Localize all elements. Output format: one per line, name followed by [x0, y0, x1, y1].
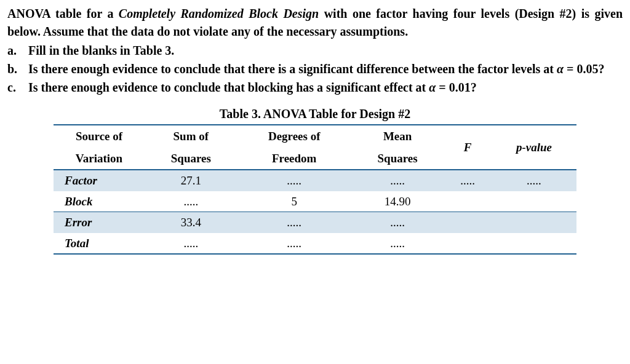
header-row-1: Source of Sum of Degrees of Mean F p-val…	[54, 125, 576, 148]
row-block-ss: .....	[145, 191, 237, 212]
hdr-source-2: Variation	[54, 148, 145, 170]
alpha-symbol: α	[557, 62, 564, 76]
item-a-label: a.	[7, 42, 28, 60]
row-block-ms: 14.90	[351, 191, 444, 212]
row-total-ss: .....	[145, 233, 237, 255]
row-block-p	[492, 191, 576, 212]
row-block-label: Block	[54, 191, 145, 212]
hdr-p: p-value	[492, 125, 576, 170]
hdr-ms-2: Squares	[351, 148, 444, 170]
item-c-before: Is there enough evidence to conclude tha…	[28, 81, 429, 94]
row-factor-F: .....	[444, 170, 491, 191]
hdr-df-2: Freedom	[237, 148, 351, 170]
row-error-p	[492, 212, 576, 233]
hdr-ss-2: Squares	[145, 148, 237, 170]
table-title-bold: Table 3.	[220, 107, 261, 121]
item-c-label: c.	[7, 79, 28, 97]
row-error-ss: 33.4	[145, 212, 237, 233]
item-a-text: Fill in the blanks in Table 3.	[28, 42, 623, 60]
alpha-symbol: α	[429, 81, 436, 94]
item-a: a. Fill in the blanks in Table 3.	[7, 42, 623, 60]
row-factor-ss: 27.1	[145, 170, 237, 191]
item-b-eq: = 0.05?	[564, 62, 604, 76]
row-total-ms: .....	[351, 233, 444, 255]
item-c-eq: = 0.01?	[436, 81, 476, 94]
row-block-F	[444, 191, 491, 212]
item-b-text: Is there enough evidence to conclude tha…	[28, 60, 623, 78]
row-block: Block ..... 5 14.90	[54, 191, 576, 212]
hdr-p-text: p-value	[516, 141, 552, 154]
row-total-F	[444, 233, 491, 255]
item-c: c. Is there enough evidence to conclude …	[7, 79, 623, 97]
intro-paragraph: ANOVA table for a Completely Randomized …	[7, 5, 623, 41]
row-total-p	[492, 233, 576, 255]
row-total: Total ..... ..... .....	[54, 233, 576, 255]
row-total-df: .....	[237, 233, 351, 255]
intro-italic: Completely Randomized Block Design	[119, 7, 319, 20]
row-factor-df: .....	[237, 170, 351, 191]
row-error: Error 33.4 ..... .....	[54, 212, 576, 233]
hdr-df-1: Degrees of	[237, 125, 351, 148]
row-total-label: Total	[54, 233, 145, 255]
row-factor-p: .....	[492, 170, 576, 191]
table-title-rest: ANOVA Table for Design #2	[261, 107, 410, 121]
item-b-before: Is there enough evidence to conclude tha…	[28, 62, 557, 76]
row-error-df: .....	[237, 212, 351, 233]
question-list: a. Fill in the blanks in Table 3. b. Is …	[7, 42, 623, 97]
item-b-label: b.	[7, 60, 28, 78]
hdr-ss-1: Sum of	[145, 125, 237, 148]
row-factor-ms: .....	[351, 170, 444, 191]
row-factor: Factor 27.1 ..... ..... ..... .....	[54, 170, 576, 191]
row-error-ms: .....	[351, 212, 444, 233]
row-block-df: 5	[237, 191, 351, 212]
anova-table: Source of Sum of Degrees of Mean F p-val…	[54, 124, 576, 255]
hdr-F: F	[444, 125, 491, 170]
item-b: b. Is there enough evidence to conclude …	[7, 60, 623, 78]
hdr-ms-1: Mean	[351, 125, 444, 148]
hdr-source-1: Source of	[54, 125, 145, 148]
row-error-label: Error	[54, 212, 145, 233]
row-error-F	[444, 212, 491, 233]
row-factor-label: Factor	[54, 170, 145, 191]
item-c-text: Is there enough evidence to conclude tha…	[28, 79, 623, 97]
table-title: Table 3. ANOVA Table for Design #2	[7, 105, 623, 123]
intro-part1: ANOVA table for a	[7, 7, 119, 20]
